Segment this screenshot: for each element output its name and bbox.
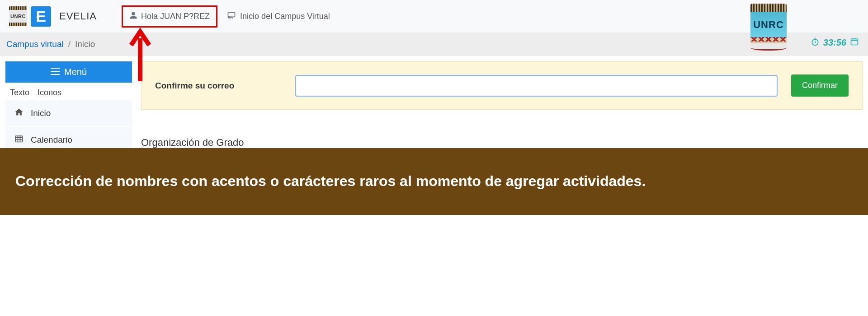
tab-texto[interactable]: Texto bbox=[10, 88, 29, 98]
caption-text: Corrección de nombres con acentos o cará… bbox=[15, 172, 646, 191]
user-greeting-highlight[interactable]: Hola JUAN P?REZ bbox=[122, 5, 217, 28]
shield-text: UNRC bbox=[750, 12, 787, 38]
menu-button[interactable]: Menú bbox=[5, 61, 132, 83]
breadcrumb-root[interactable]: Campus virtual bbox=[6, 39, 64, 49]
tab-iconos[interactable]: Iconos bbox=[38, 88, 61, 98]
svg-rect-6 bbox=[51, 71, 60, 72]
breadcrumb: Campus virtual / Inicio bbox=[0, 33, 868, 56]
breadcrumb-separator: / bbox=[68, 39, 71, 49]
svg-rect-3 bbox=[814, 38, 816, 39]
stopwatch-icon bbox=[811, 37, 820, 48]
svg-rect-8 bbox=[16, 136, 23, 142]
sidebar-item-label: Inicio bbox=[31, 108, 51, 118]
top-header: UNRC E EVELIA Hola JUAN P?REZ Inicio del… bbox=[0, 0, 868, 33]
calendar-icon[interactable] bbox=[850, 37, 859, 48]
svg-rect-5 bbox=[51, 68, 60, 69]
user-greeting-text: Hola JUAN P?REZ bbox=[141, 12, 210, 21]
board-icon bbox=[226, 11, 236, 22]
sidebar-view-tabs: Texto Iconos bbox=[5, 83, 132, 100]
user-icon bbox=[129, 11, 137, 22]
caption-overlay: Corrección de nombres con acentos o cará… bbox=[0, 148, 868, 215]
session-timer: 33:56 bbox=[811, 37, 859, 48]
calendar-grid-icon bbox=[14, 134, 24, 145]
breadcrumb-current: Inicio bbox=[75, 39, 95, 49]
sidebar-item-label: Calendario bbox=[31, 135, 72, 145]
menu-button-label: Menú bbox=[64, 67, 87, 77]
unrc-mini-label: UNRC bbox=[9, 10, 27, 23]
svg-point-1 bbox=[228, 16, 230, 18]
hamburger-icon bbox=[51, 67, 60, 77]
timer-value: 33:56 bbox=[823, 37, 846, 48]
unrc-mini-logo: UNRC bbox=[9, 6, 27, 26]
sidebar-item-inicio[interactable]: Inicio bbox=[5, 100, 132, 127]
confirm-email-input[interactable] bbox=[295, 75, 778, 97]
confirm-button[interactable]: Confirmar bbox=[791, 74, 849, 97]
campus-virtual-label: Inicio del Campus Virtual bbox=[240, 12, 330, 21]
confirm-email-panel: Confirme su correo Confirmar bbox=[141, 61, 863, 110]
evelia-logo-icon: E bbox=[31, 6, 51, 27]
campus-virtual-link[interactable]: Inicio del Campus Virtual bbox=[226, 11, 330, 22]
home-icon bbox=[14, 107, 24, 119]
unrc-shield-logo: UNRC bbox=[750, 4, 787, 49]
confirm-email-label: Confirme su correo bbox=[155, 81, 282, 91]
svg-rect-4 bbox=[851, 39, 858, 45]
logo-group: UNRC E EVELIA bbox=[9, 6, 97, 27]
brand-text: EVELIA bbox=[59, 10, 97, 22]
content-area: Confirme su correo Confirmar Organizació… bbox=[141, 61, 863, 153]
svg-rect-7 bbox=[51, 74, 60, 75]
